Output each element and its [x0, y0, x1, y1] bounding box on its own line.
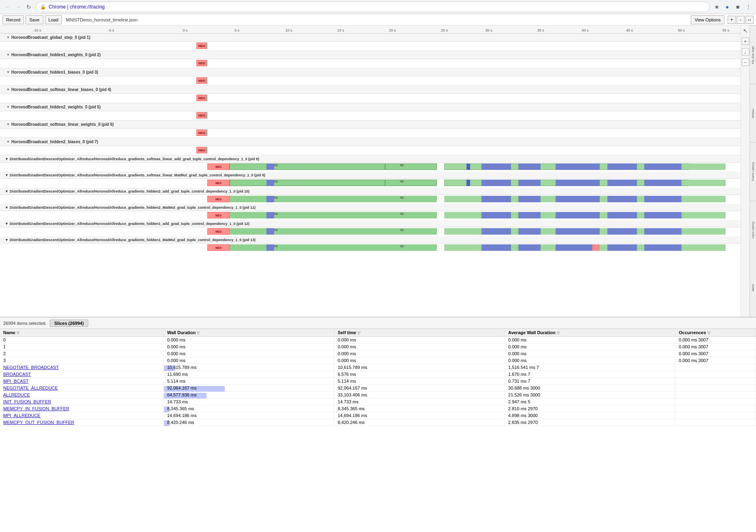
track-events-3[interactable]: NEG [0, 76, 741, 85]
blue-seg-12c [556, 228, 600, 235]
reload-button[interactable]: ↻ [24, 2, 33, 11]
blue-seg-10 [481, 196, 511, 202]
fit-tool[interactable]: ↔ [742, 59, 749, 66]
time-tick: 15 s [337, 28, 344, 32]
track-events-8[interactable]: NEG NE NE [0, 163, 741, 172]
name-link[interactable]: INIT_FUSION_BUFFER [3, 399, 51, 404]
blue-bar-12a [266, 228, 274, 235]
cell-occurrences: 0.000 ms 3007 [675, 357, 756, 364]
track-header-4[interactable]: ▼ HorovodBroadcast_softmax_linear_biases… [0, 86, 741, 94]
track-events-4[interactable]: NEG [0, 94, 741, 103]
name-link[interactable]: ALLREDUCE [3, 392, 30, 397]
cell-name[interactable]: MEMCPY_IN_FUSION_BUFFER [0, 405, 164, 412]
track-events-10[interactable]: NEG NE NE [0, 195, 741, 204]
data-table: Name ▽ Wall Duration ▽ Self time ▽ Avera… [0, 329, 756, 426]
collapse-arrow-2: ▼ [6, 53, 10, 57]
cell-name[interactable]: BROADCAST [0, 371, 164, 378]
zoom-fit-button[interactable]: ↔ [745, 16, 754, 24]
col-self-time[interactable]: Self time ▽ [334, 329, 505, 337]
chrome-icon[interactable]: ● [723, 2, 732, 11]
blue-seg-10c [556, 196, 600, 202]
track-header-7[interactable]: ▼ HorovodBroadcast_hidden2_biases_0 (pid… [0, 138, 741, 146]
save-button[interactable]: Save [26, 15, 43, 24]
track-header-11[interactable]: ▼ DistributedGradientDescentOptimizer_Al… [0, 204, 741, 211]
cell-name[interactable]: INIT_FUSION_BUFFER [0, 398, 164, 405]
table-row: MEMCPY_OUT_FUSION_BUFFER8,420.246 ms8,42… [0, 419, 756, 426]
cell-name: 3 [0, 357, 164, 364]
track-row-1: ▼ HorovodBroadcast_global_step_0 (pid 1)… [0, 34, 741, 51]
col-wall-duration[interactable]: Wall Duration ▽ [164, 329, 334, 337]
zoom-out-tool[interactable]: ↓ [742, 48, 749, 55]
record-button[interactable]: Record [2, 15, 24, 24]
zoom-out-button[interactable]: - [737, 16, 745, 24]
track-header-13[interactable]: ▼ DistributedGradientDescentOptimizer_Al… [0, 236, 741, 244]
slices-tab[interactable]: Slices (26994) [50, 320, 88, 327]
cell-self-time: 5.114 ms [334, 378, 505, 385]
zoom-in-button[interactable]: + [728, 16, 736, 24]
blue-seg-11 [481, 212, 511, 218]
col-occurrences[interactable]: Occurrences ▽ [675, 329, 756, 337]
name-link[interactable]: MPI_ALLREDUCE [3, 413, 40, 418]
track-events-5[interactable]: NEG [0, 111, 741, 120]
track-events-6[interactable]: NEG [0, 129, 741, 138]
address-bar[interactable]: 🔒 Chrome | chrome://tracing [36, 2, 710, 12]
track-label-11: DistributedGradientDescentOptimizer_Allr… [10, 206, 256, 210]
table-scroll[interactable]: Name ▽ Wall Duration ▽ Self time ▽ Avera… [0, 329, 756, 532]
name-link[interactable]: NEGOTIATE_ALLREDUCE [3, 386, 58, 390]
track-events-2[interactable]: NEG [0, 59, 741, 68]
track-header-12[interactable]: ▼ DistributedGradientDescentOptimizer_Al… [0, 220, 741, 227]
cursor-tool[interactable]: ↖ [742, 27, 749, 34]
vline-9a [466, 180, 470, 186]
track-header-3[interactable]: ▼ HorovodBroadcast_hidden1_biases_0 (pid… [0, 68, 741, 76]
ne-label-13a: NE [274, 245, 278, 248]
track-events-13[interactable]: NEG NE NE [0, 244, 741, 252]
name-link[interactable]: BROADCAST [3, 372, 31, 377]
name-link[interactable]: MPI_BCAST [3, 379, 28, 384]
track-header-2[interactable]: ▼ HorovodBroadcast_hidden1_weights_0 (pi… [0, 51, 741, 59]
track-header-10[interactable]: ▼ DistributedGradientDescentOptimizer_Al… [0, 188, 741, 195]
view-options-button[interactable]: View Options [691, 15, 724, 24]
name-link[interactable]: MEMCPY_IN_FUSION_BUFFER [3, 406, 69, 411]
star-button[interactable]: ★ [712, 2, 721, 11]
track-events-7[interactable]: NEG [0, 146, 741, 155]
blue-seg-11d [607, 212, 637, 218]
track-events-12[interactable]: NEG NE NE [0, 227, 741, 236]
green-seg-9d [689, 180, 726, 186]
track-events-11[interactable]: NEG NE NE [0, 211, 741, 220]
track-header-6[interactable]: ▼ HorovodBroadcast_softmax_linear_weight… [0, 121, 741, 129]
name-link[interactable]: NEGOTIATE_BROADCAST [3, 365, 59, 370]
forward-button[interactable]: → [14, 2, 23, 11]
cell-avg-wall: 1,516.541 ms 7 [505, 364, 675, 371]
timeline-main[interactable]: -10 s -5 s 0 s 5 s 10 s 15 s 20 s 25 s 3… [0, 25, 741, 317]
name-link[interactable]: MEMCPY_OUT_FUSION_BUFFER [3, 420, 74, 425]
blue-seg-9c [556, 180, 600, 186]
cell-name[interactable]: NEGOTIATE_BROADCAST [0, 364, 164, 371]
cell-occurrences: 0.000 ms 3007 [675, 350, 756, 357]
time-tick: 0 s [183, 28, 187, 32]
time-tick: 55 s [722, 28, 729, 32]
col-name[interactable]: Name ▽ [0, 329, 164, 337]
cell-name[interactable]: MEMCPY_OUT_FUSION_BUFFER [0, 419, 164, 426]
track-header-5[interactable]: ▼ HorovodBroadcast_hidden2_weights_0 (pi… [0, 103, 741, 111]
cell-name[interactable]: ALLREDUCE [0, 392, 164, 398]
extensions-button[interactable]: ■ [733, 2, 742, 11]
cell-occurrences [675, 378, 756, 385]
green-bar-11b [385, 212, 437, 218]
cell-name[interactable]: NEGOTIATE_ALLREDUCE [0, 385, 164, 392]
track-events-9[interactable]: NEG NE NE [0, 179, 741, 188]
back-button[interactable]: ← [3, 2, 12, 11]
cell-wall-duration: 0.000 ms [164, 350, 334, 357]
load-button[interactable]: Load [45, 15, 62, 24]
track-header-1[interactable]: ▼ HorovodBroadcast_global_step_0 (pid 1) [0, 34, 741, 42]
track-header-9[interactable]: ▼ DistributedGradientDescentOptimizer_Al… [0, 172, 741, 179]
track-header-8[interactable]: ▼ DistributedGradientDescentOptimizer_Al… [0, 155, 741, 163]
track-row-7: ▼ HorovodBroadcast_hidden2_biases_0 (pid… [0, 138, 741, 155]
col-avg-wall-duration[interactable]: Average Wall Duration ▽ [505, 329, 675, 337]
track-events-1[interactable]: NEG [0, 42, 741, 51]
cell-name[interactable]: MPI_ALLREDUCE [0, 412, 164, 419]
cell-name[interactable]: MPI_BCAST [0, 378, 164, 385]
ne-label-12b: NE [400, 229, 404, 231]
time-tick: 20 s [389, 28, 396, 32]
zoom-in-tool[interactable]: + [742, 38, 749, 45]
menu-button[interactable]: ⋮ [744, 2, 753, 11]
